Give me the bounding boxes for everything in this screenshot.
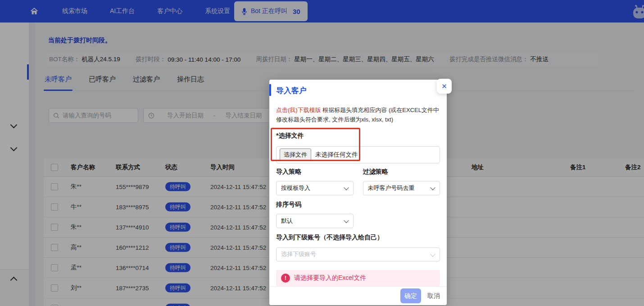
- sub-account-select[interactable]: 选择下级账号: [276, 248, 440, 261]
- choose-file-button[interactable]: 选择文件: [280, 148, 311, 161]
- confirm-button[interactable]: 确定: [400, 288, 421, 303]
- file-input[interactable]: 选择文件 未选择任何文件: [276, 146, 440, 163]
- download-template-link[interactable]: 点击(我)下载模版: [276, 107, 321, 113]
- chevron-down-icon: [431, 186, 435, 190]
- sort-number-select[interactable]: 默认: [276, 214, 354, 228]
- chevron-down-icon: [345, 219, 349, 223]
- import-customer-modal: 导入客户 点击(我)下载模版 根据标题头填充相应内容 (或在EXCEL文件中修改…: [269, 80, 447, 305]
- chevron-down-icon: [345, 186, 349, 190]
- strategy-row: 导入策略 按模板导入 过滤策略 未呼客户号码去重: [276, 163, 440, 195]
- error-message: 请选择要导入的Excel文件: [294, 274, 366, 282]
- chevron-down-icon: [431, 252, 435, 256]
- sub-account-label: 导入到下级账号（不选择导入给自己）: [276, 234, 440, 242]
- modal-title: 导入客户: [276, 86, 307, 95]
- cancel-button[interactable]: 取消: [427, 292, 440, 300]
- import-strategy-label: 导入策略: [276, 168, 354, 176]
- import-strategy-select[interactable]: 按模板导入: [276, 181, 354, 195]
- modal-close-button[interactable]: ✕: [437, 79, 452, 94]
- file-select-label: *选择文件: [276, 132, 440, 140]
- filter-strategy-select[interactable]: 未呼客户号码去重: [363, 181, 440, 195]
- template-download-tip: 点击(我)下载模版 根据标题头填充相应内容 (或在EXCEL文件中修改标题头符合…: [276, 106, 440, 125]
- close-icon: ✕: [441, 82, 447, 90]
- filter-strategy-label: 过滤策略: [363, 168, 440, 176]
- no-file-chosen-text: 未选择任何文件: [315, 151, 358, 159]
- modal-footer: 确定 取消: [269, 286, 447, 305]
- sort-number-label: 排序号码: [276, 201, 440, 209]
- error-alert: ! 请选择要导入的Excel文件: [276, 270, 440, 286]
- modal-header: 导入客户: [269, 80, 447, 100]
- error-icon: !: [281, 274, 290, 283]
- modal-body: 点击(我)下载模版 根据标题头填充相应内容 (或在EXCEL文件中修改标题头符合…: [269, 106, 447, 286]
